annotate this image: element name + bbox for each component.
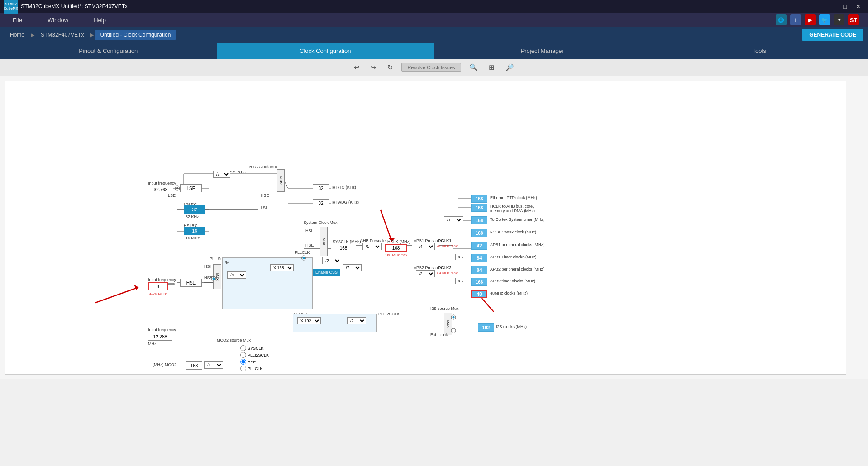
redo-button[interactable]: ↪ [368, 62, 379, 73]
titlebar-left: STM32CubeMX STM32CubeMX Untitled*: STM32… [4, 0, 128, 14]
ext-input-mhz-label: MHz [148, 342, 157, 346]
svg-point-40 [451, 328, 456, 333]
hse-rtc-div-select[interactable]: /2/3 [213, 171, 230, 178]
lsi-line-label: LSI [261, 205, 267, 210]
lse-block: LSE [180, 184, 202, 192]
plli2s-n-select[interactable]: X 192X 168 [297, 317, 321, 324]
svg-line-30 [381, 210, 392, 242]
refresh-button[interactable]: ↻ [385, 62, 396, 73]
st-icon[interactable]: ST [848, 14, 859, 25]
plli2s-r-select[interactable]: /2/3/4 [347, 317, 366, 324]
menu-help[interactable]: Help [90, 15, 110, 25]
iwdg-out-box: 32 [313, 199, 329, 207]
48mhz-label: 48MHz clocks (MHz) [490, 291, 528, 295]
hclk-ahb-label: HCLK to AHB bus, core, [490, 204, 534, 209]
fit-button[interactable]: ⊞ [486, 62, 497, 73]
lsi-rc-sub: 32 KHz [186, 214, 199, 219]
community-icon[interactable]: ✦ [834, 14, 844, 25]
youtube-icon[interactable]: ▶ [805, 14, 816, 25]
hclk-ahb-label2: memory and DMA (MHz) [490, 209, 535, 213]
mco2-options: SYSCLK PLLI2SCLK HSE PLLCLK [240, 344, 269, 372]
titlebar-controls: — □ ✕ [825, 2, 864, 11]
menu-window[interactable]: Window [44, 15, 72, 25]
pclk1-max-label: 42 MHz max [437, 244, 458, 248]
tab-project[interactable]: Project Manager [434, 43, 651, 59]
mco2-mux-label: MCO2 source Mux [217, 338, 251, 342]
pll-hse-radio[interactable] [210, 276, 217, 282]
ahb-div-select[interactable]: /1/2/4 [362, 243, 382, 250]
pllclk-label: PLLCLK [295, 250, 310, 255]
zoom-in-button[interactable]: 🔍 [467, 62, 481, 73]
mco2-hse-label2: HSE [248, 360, 256, 364]
hse-input-val[interactable]: 8 [148, 282, 168, 290]
pll-n-mul-select[interactable]: X 168X 192X 336 [270, 264, 294, 271]
cortex-timer-val: 168 [471, 216, 487, 224]
mco2-mhz-label: (MHz) MCO2 [153, 362, 176, 367]
svg-line-28 [480, 296, 494, 312]
hclk-max-label: 168 MHz max [385, 253, 407, 257]
pclk2-max-label: 84 MHz max [437, 271, 458, 275]
hse-arrows: ⟺ [168, 281, 175, 287]
tab-tools[interactable]: Tools [651, 43, 868, 59]
apb1-timer-val: 84 [471, 254, 487, 262]
apb1-div-select[interactable]: /4/2/1/8 [416, 243, 435, 250]
enable-css-button[interactable]: Enable CSS [313, 269, 340, 276]
mco2-val: 168 [186, 361, 202, 370]
cortex-div-select[interactable]: /1/8 [444, 216, 463, 223]
apb2-periph-val: 84 [471, 266, 487, 274]
close-button[interactable]: ✕ [852, 2, 864, 11]
breadcrumb-sep2: ▶ [90, 32, 94, 38]
sys-clk-mux-box: MUX [320, 227, 328, 256]
i2s-label: I2S clocks (MHz) [496, 324, 527, 329]
breadcrumb-home[interactable]: Home [5, 30, 30, 40]
menu-file[interactable]: File [9, 15, 26, 25]
apb1-timer-label: APB1 Timer clocks (MHz) [490, 255, 537, 259]
undo-button[interactable]: ↩ [351, 62, 362, 73]
breadcrumb-config[interactable]: Untitled - Clock Configuration [95, 30, 176, 40]
mco2-pllclk-radio[interactable] [240, 366, 246, 371]
hse-block: HSE [180, 279, 202, 287]
apb2-div-select[interactable]: /2/1/4 [416, 270, 435, 277]
resolve-clock-button[interactable]: Resolve Clock Issues [401, 63, 461, 72]
apb1-periph-label: APB1 peripheral clocks (MHz) [490, 243, 544, 247]
pll-p-div-select[interactable]: /2/4/6/8 [322, 257, 341, 264]
sys-hsi-label: HSI [305, 228, 312, 233]
stm-logo: STM32CubeMX [4, 0, 18, 14]
lse-radio-label: LSE [168, 193, 176, 198]
sysclk-label: SYSCLK (MHz) [333, 239, 361, 244]
breadcrumb-device[interactable]: STM32F407VETx [35, 30, 89, 40]
ext-input-val: 12.288 [148, 333, 172, 341]
mco2-hse-radio[interactable] [240, 359, 246, 365]
zoom-out-button[interactable]: 🔎 [503, 62, 517, 73]
mco2-sysclk-radio[interactable] [240, 345, 246, 351]
svg-point-37 [303, 257, 305, 259]
generate-code-button[interactable]: GENERATE CODE [802, 29, 863, 41]
tab-bar: Pinout & Configuration Clock Configurati… [0, 43, 868, 59]
breadcrumb-sep1: ▶ [31, 32, 34, 38]
maximize-button[interactable]: □ [839, 2, 850, 11]
mco2-plli2sclk-radio[interactable] [240, 352, 246, 358]
fclk-val: 168 [471, 229, 487, 237]
version-icon[interactable]: 🌐 [776, 14, 787, 25]
i2s-ext-radio[interactable] [450, 328, 457, 334]
mco2-sysclk-label: SYSCLK [248, 346, 264, 351]
mco2-div-select[interactable]: /1/2/3 [204, 361, 223, 369]
twitter-icon[interactable]: 🐦 [819, 14, 830, 25]
mco2-plli2sclk-label: PLLI2SCLK [248, 353, 269, 357]
tab-pinout[interactable]: Pinout & Configuration [0, 43, 217, 59]
minimize-button[interactable]: — [825, 2, 838, 11]
pll-m-div-select[interactable]: /4/2/6/8 [227, 271, 246, 279]
sysclk-val: 168 [333, 244, 354, 252]
i2s-plli2s-radio[interactable] [450, 314, 457, 320]
svg-point-33 [176, 187, 178, 189]
hclk-val: 168 [385, 244, 407, 252]
to-rtc-label: To RTC (KHz) [331, 185, 356, 190]
pclk2-label: PCLK2 [438, 266, 452, 270]
facebook-icon[interactable]: f [790, 14, 801, 25]
menubar: File Window Help 🌐 f ▶ 🐦 ✦ ST [0, 13, 868, 27]
tab-clock[interactable]: Clock Configuration [217, 43, 434, 59]
pll-q-div-select[interactable]: /7/4/6/8 [343, 264, 362, 271]
lse-input-val: 32.768 [148, 186, 173, 193]
lse-circle [174, 185, 181, 191]
hse-range-label: 4-26 MHz [149, 292, 167, 296]
